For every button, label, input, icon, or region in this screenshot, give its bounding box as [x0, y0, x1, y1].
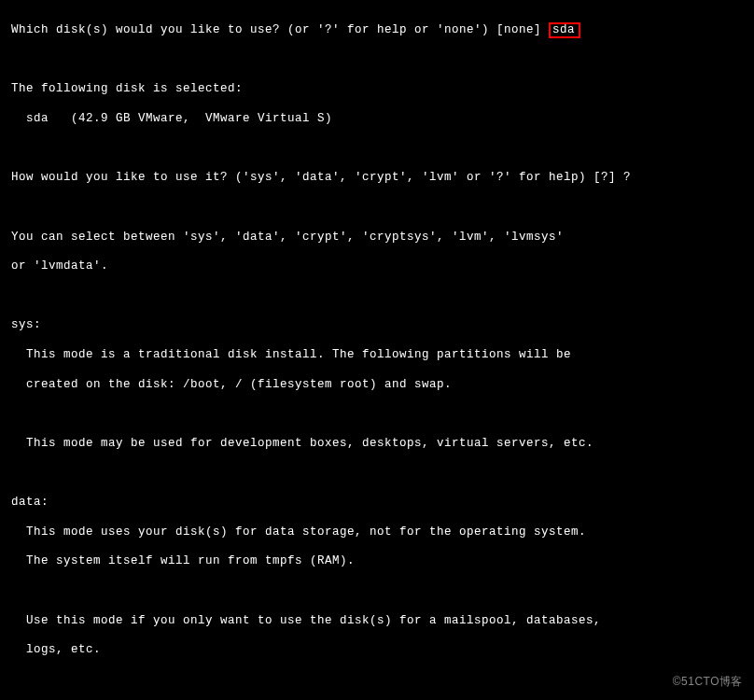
text-line: logs, etc.: [11, 643, 747, 658]
watermark-text: ©51CTO博客: [673, 675, 743, 689]
text-line: The following disk is selected:: [11, 82, 747, 97]
blank-line: [11, 201, 747, 216]
prompt-disk-select: Which disk(s) would you like to use? (or…: [11, 22, 747, 39]
user-input-highlighted: sda: [549, 22, 580, 39]
section-heading-data: data:: [11, 496, 747, 511]
text-line: or 'lvmdata'.: [11, 259, 747, 274]
text-line: The system itself will run from tmpfs (R…: [11, 554, 747, 569]
blank-line: [11, 467, 747, 482]
blank-line: [11, 673, 747, 688]
text-line: You can select between 'sys', 'data', 'c…: [11, 231, 747, 245]
text-line: created on the disk: /boot, / (filesyste…: [11, 378, 747, 393]
text-line: Use this mode if you only want to use th…: [11, 614, 747, 629]
text-line: sda (42.9 GB VMware, VMware Virtual S): [11, 112, 747, 127]
blank-line: [11, 289, 747, 304]
blank-line: [11, 584, 747, 599]
blank-line: [11, 142, 747, 157]
text-line: This mode uses your disk(s) for data sto…: [11, 525, 747, 540]
blank-line: [11, 53, 747, 68]
prompt-text: Which disk(s) would you like to use? (or…: [11, 23, 541, 36]
text-line: This mode may be used for development bo…: [11, 437, 747, 452]
terminal-output[interactable]: Which disk(s) would you like to use? (or…: [11, 7, 747, 700]
blank-line: [11, 407, 747, 422]
text-line: This mode is a traditional disk install.…: [11, 348, 747, 363]
section-heading-sys: sys:: [11, 318, 747, 333]
text-line: How would you like to use it? ('sys', 'd…: [11, 171, 747, 186]
